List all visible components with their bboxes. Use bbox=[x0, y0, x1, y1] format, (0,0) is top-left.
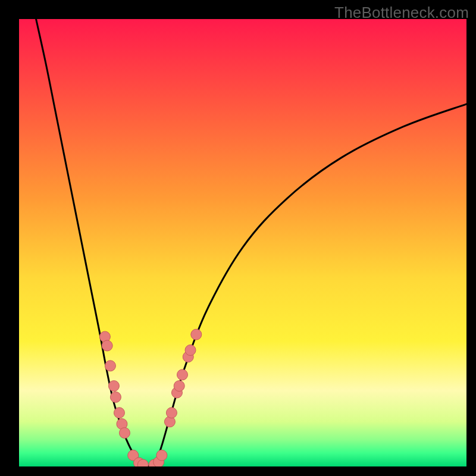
scatter-point bbox=[177, 369, 187, 380]
scatter-point bbox=[102, 340, 112, 351]
scatter-point bbox=[110, 392, 121, 402]
bottleneck-curve bbox=[36, 19, 466, 466]
plot-area bbox=[19, 19, 466, 466]
scatter-point bbox=[166, 408, 177, 418]
scatter-point bbox=[191, 329, 202, 340]
curve-layer bbox=[19, 19, 466, 466]
chart-frame: TheBottleneck.com bbox=[0, 0, 476, 476]
scatter-point bbox=[105, 361, 115, 371]
scatter-point bbox=[119, 428, 130, 439]
scatter-point bbox=[114, 408, 124, 418]
bottleneck-curve-path bbox=[36, 19, 466, 466]
scatter-point bbox=[156, 450, 167, 461]
scatter-point bbox=[174, 381, 184, 392]
scatter-point bbox=[185, 345, 196, 355]
scatter-point bbox=[108, 381, 119, 392]
scatter-markers bbox=[99, 329, 201, 466]
watermark-text: TheBottleneck.com bbox=[334, 4, 469, 22]
